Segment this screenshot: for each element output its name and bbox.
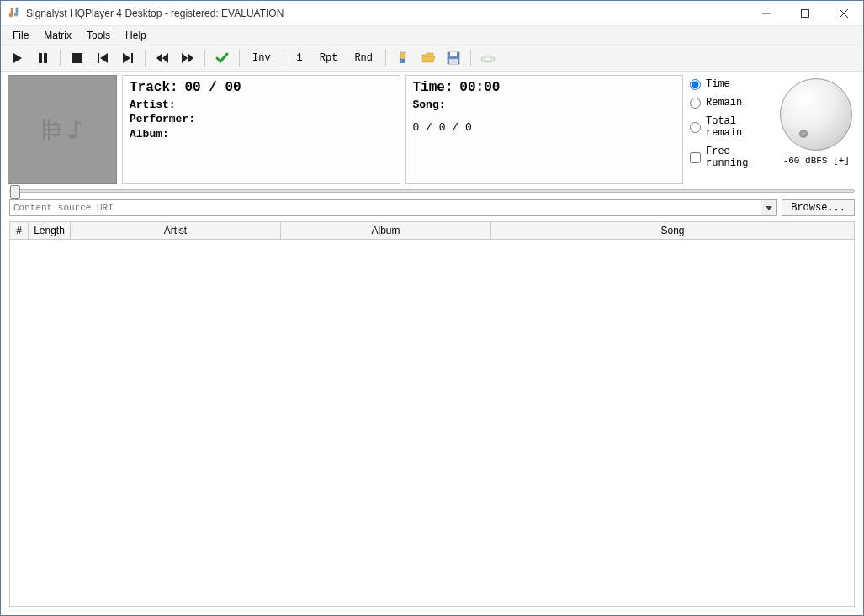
svg-rect-20 [449, 59, 458, 64]
menubar: File Matrix Tools Help [1, 26, 863, 45]
menu-tools[interactable]: Tools [80, 28, 117, 43]
volume-knob[interactable] [780, 78, 852, 151]
track-value: 00 / 00 [184, 80, 241, 95]
time-radio-label: Time [706, 78, 730, 90]
svg-rect-11 [131, 53, 133, 63]
seek-row [1, 188, 863, 198]
total-remain-radio[interactable] [690, 122, 701, 133]
time-info-box: Time: 00:00 Song: 0 / 0 / 0 [405, 75, 684, 184]
total-remain-radio-label: Total remain [706, 115, 774, 139]
remain-radio[interactable] [690, 98, 701, 109]
album-label: Album: [130, 128, 169, 141]
svg-rect-16 [400, 52, 405, 59]
fast-forward-button[interactable] [178, 48, 198, 68]
svg-rect-5 [39, 53, 42, 63]
time-label: Time: [413, 80, 453, 95]
svg-rect-8 [98, 53, 99, 63]
svg-marker-10 [123, 53, 130, 63]
browse-button[interactable]: Browse... [782, 199, 855, 216]
app-icon [8, 7, 21, 20]
seek-thumb[interactable] [10, 185, 20, 199]
svg-rect-17 [400, 59, 405, 63]
menu-help[interactable]: Help [119, 28, 153, 43]
svg-marker-9 [100, 53, 108, 63]
volume-column: -60 dBFS [+] [777, 78, 855, 181]
svg-point-22 [486, 58, 490, 60]
check-button[interactable] [212, 48, 232, 68]
counter-value: 0 / 0 / 0 [413, 121, 472, 134]
maximize-button[interactable] [786, 1, 824, 26]
time-mode-total-remain[interactable]: Total remain [690, 115, 774, 139]
song-label: Song: [413, 98, 446, 111]
svg-marker-12 [156, 53, 162, 63]
free-running-checkbox[interactable] [690, 152, 701, 163]
col-num[interactable]: # [10, 222, 29, 239]
window-title: Signalyst HQPlayer 4 Desktop - registere… [26, 8, 747, 19]
svg-marker-14 [182, 53, 188, 63]
titlebar: Signalyst HQPlayer 4 Desktop - registere… [1, 1, 863, 26]
minimize-button[interactable] [747, 1, 786, 26]
free-running-label: Free running [706, 146, 774, 169]
svg-marker-13 [162, 53, 168, 63]
disc-icon[interactable] [478, 48, 498, 68]
rnd-button[interactable]: Rnd [348, 49, 379, 67]
time-value: 00:00 [459, 80, 500, 95]
menu-matrix[interactable]: Matrix [37, 28, 78, 43]
volume-readout: -60 dBFS [+] [783, 156, 850, 166]
time-radio[interactable] [690, 79, 701, 90]
track-label: Track: [130, 80, 178, 95]
svg-rect-6 [44, 53, 47, 63]
col-album[interactable]: Album [281, 222, 491, 239]
rewind-button[interactable] [152, 48, 172, 68]
save-icon[interactable] [443, 48, 464, 68]
menu-file[interactable]: File [6, 28, 35, 43]
free-running-check[interactable]: Free running [690, 146, 774, 169]
info-row: Track: 00 / 00 Artist: Performer: Album:… [1, 72, 863, 188]
col-length[interactable]: Length [29, 222, 71, 239]
prev-track-button[interactable] [93, 48, 113, 68]
svg-rect-19 [450, 52, 457, 56]
svg-rect-7 [72, 53, 82, 63]
col-song[interactable]: Song [491, 222, 854, 239]
uri-combo[interactable] [9, 199, 777, 216]
svg-marker-29 [766, 206, 772, 210]
window-controls [747, 1, 863, 26]
play-button[interactable] [8, 48, 28, 68]
svg-marker-15 [188, 53, 193, 63]
stop-button[interactable] [67, 48, 87, 68]
pause-button[interactable] [33, 48, 53, 68]
rpt-button[interactable]: Rpt [314, 49, 344, 67]
performer-label: Performer: [130, 113, 195, 125]
track-info-box: Track: 00 / 00 Artist: Performer: Album: [122, 75, 400, 184]
toolbar: Inv 1 Rpt Rnd [1, 45, 863, 72]
artist-label: Artist: [130, 98, 176, 111]
folder-open-icon[interactable] [418, 48, 438, 68]
time-mode-time[interactable]: Time [690, 78, 774, 90]
uri-row: Browse... [1, 198, 863, 221]
uri-dropdown-button[interactable] [761, 200, 776, 215]
inv-button[interactable]: Inv [246, 49, 277, 67]
uri-input[interactable] [10, 200, 761, 215]
close-button[interactable] [824, 1, 863, 26]
seek-slider[interactable] [9, 189, 855, 193]
brush-icon[interactable] [393, 48, 413, 68]
svg-marker-4 [13, 53, 22, 63]
album-art [8, 75, 117, 184]
playlist-body[interactable] [9, 240, 855, 607]
playlist-header: # Length Artist Album Song [9, 221, 855, 240]
time-mode-remain[interactable]: Remain [690, 97, 774, 109]
time-controls: Time Remain Total remain Free running -6… [688, 75, 856, 184]
one-button[interactable]: 1 [291, 49, 309, 67]
col-artist[interactable]: Artist [71, 222, 281, 239]
remain-radio-label: Remain [706, 97, 742, 109]
next-track-button[interactable] [118, 48, 138, 68]
svg-rect-1 [802, 9, 809, 17]
